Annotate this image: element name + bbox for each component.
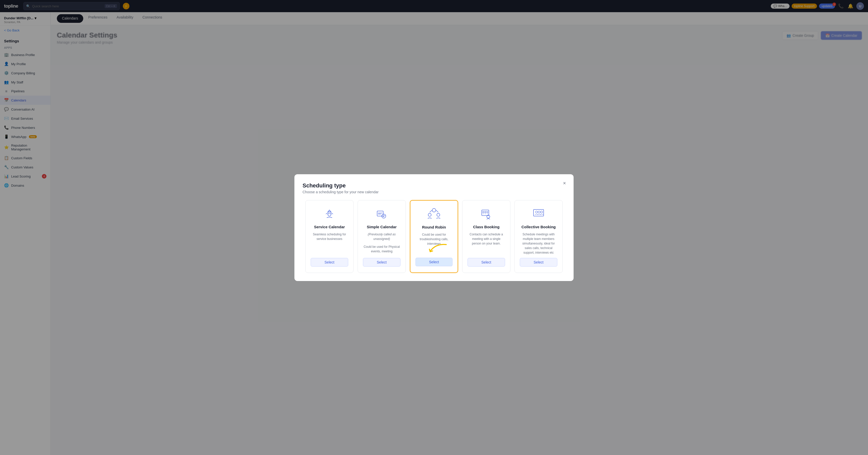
simple-calendar-select-button[interactable]: Select (363, 258, 401, 266)
collective-booking-desc: Schedule meetings with multiple team mem… (520, 232, 557, 255)
modal-title: Scheduling type (303, 182, 565, 189)
svg-point-5 (437, 213, 440, 216)
scheduling-type-modal: × Scheduling type Choose a scheduling ty… (294, 174, 574, 281)
modal-close-button[interactable]: × (560, 179, 568, 188)
svg-point-9 (487, 211, 488, 213)
service-calendar-desc: Seamless scheduling for service business… (311, 232, 348, 255)
card-class-booking[interactable]: Class Booking Contacts can schedule a me… (462, 200, 510, 273)
service-calendar-select-button[interactable]: Select (311, 258, 348, 266)
svg-point-8 (485, 211, 486, 213)
class-booking-select-button[interactable]: Select (467, 258, 505, 266)
svg-point-14 (540, 211, 542, 213)
simple-calendar-title: Simple Calendar (367, 225, 397, 229)
card-collective-booking[interactable]: Collective Booking Schedule meetings wit… (515, 200, 563, 273)
modal-overlay[interactable]: × Scheduling type Choose a scheduling ty… (0, 0, 868, 455)
service-calendar-icon (322, 206, 337, 222)
svg-point-13 (538, 211, 540, 213)
card-simple-calendar[interactable]: Simple Calendar (Previously called as un… (358, 200, 406, 273)
simple-calendar-subtitle: (Previously called as unassigned) (363, 232, 401, 242)
scheduling-type-cards: Service Calendar Seamless scheduling for… (303, 200, 565, 273)
card-round-robin[interactable]: Round Robin Could be used for troublesho… (410, 200, 458, 273)
class-booking-icon (479, 206, 494, 222)
svg-rect-1 (377, 211, 383, 216)
collective-booking-select-button[interactable]: Select (520, 258, 557, 266)
collective-booking-title: Collective Booking (521, 225, 556, 229)
class-booking-title: Class Booking (473, 225, 499, 229)
svg-point-0 (328, 213, 331, 216)
svg-point-7 (483, 211, 484, 213)
service-calendar-title: Service Calendar (314, 225, 345, 229)
class-booking-desc: Contacts can schedule a meeting with a s… (467, 232, 505, 255)
round-robin-icon (426, 207, 442, 222)
modal-header: Scheduling type Choose a scheduling type… (303, 182, 565, 194)
svg-point-3 (432, 208, 436, 212)
card-service-calendar[interactable]: Service Calendar Seamless scheduling for… (305, 200, 353, 273)
collective-booking-icon (531, 206, 546, 222)
round-robin-select-button[interactable]: Select (415, 258, 453, 266)
modal-subtitle: Choose a scheduling type for your new ca… (303, 190, 565, 194)
simple-calendar-icon (374, 206, 389, 222)
simple-calendar-desc: Could be used for Physical events, meeti… (363, 245, 401, 255)
svg-point-4 (428, 213, 431, 216)
round-robin-title: Round Robin (422, 225, 446, 229)
svg-point-12 (535, 211, 537, 213)
